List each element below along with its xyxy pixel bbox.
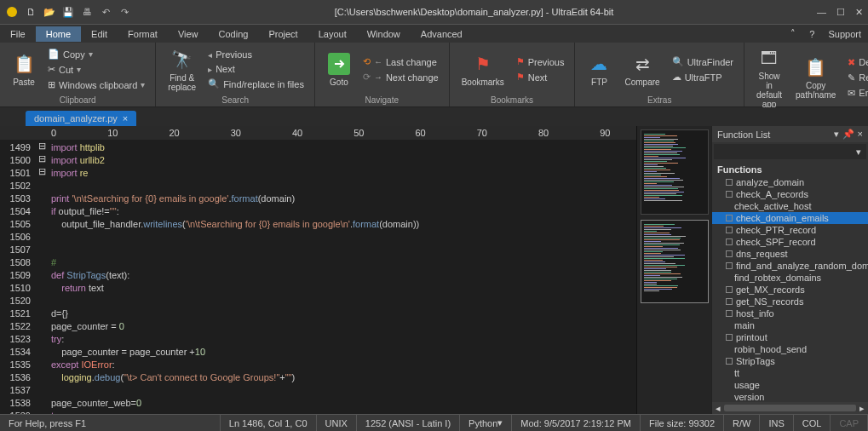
func-item[interactable]: check_SPF_record bbox=[712, 236, 868, 248]
minimize-icon[interactable]: — bbox=[817, 7, 826, 18]
find-prev-button[interactable]: ◂ Previous bbox=[204, 48, 308, 61]
menu-view[interactable]: View bbox=[168, 26, 209, 42]
status-rw[interactable]: R/W bbox=[724, 415, 760, 431]
find-in-files-button[interactable]: 🔍Find/replace in files bbox=[204, 77, 308, 91]
email-icon: ✉ bbox=[848, 88, 855, 99]
func-item[interactable]: host_info bbox=[712, 307, 868, 319]
func-item[interactable]: StripTags bbox=[712, 355, 868, 367]
func-item[interactable]: find_and_analyze_random_domain bbox=[712, 260, 868, 272]
status-ins[interactable]: INS bbox=[760, 415, 793, 431]
func-item[interactable]: robin_hood_send bbox=[712, 343, 868, 355]
menu-window[interactable]: Window bbox=[357, 26, 411, 42]
find-next-button[interactable]: ▸ Next bbox=[204, 62, 308, 76]
func-item[interactable]: usage bbox=[712, 379, 868, 391]
h-scrollbar[interactable]: ◂▸ bbox=[712, 402, 868, 414]
windows-icon: ⊞ bbox=[48, 79, 55, 90]
func-item[interactable]: check_A_records bbox=[712, 188, 868, 200]
save-icon[interactable]: 💾 bbox=[61, 5, 75, 19]
minimap[interactable] bbox=[636, 126, 711, 414]
copy-button[interactable]: 📄Copy ▾ bbox=[44, 47, 148, 61]
func-item[interactable]: version bbox=[712, 391, 868, 402]
support-link[interactable]: Support bbox=[821, 29, 868, 39]
new-icon[interactable]: 🗋 bbox=[24, 5, 37, 19]
delete-button[interactable]: ✖Delete bbox=[844, 55, 868, 70]
bookmarks-button[interactable]: ⚑ Bookmarks bbox=[457, 50, 509, 89]
redo-icon[interactable]: ↷ bbox=[118, 5, 131, 19]
tab-close-icon[interactable]: × bbox=[123, 113, 128, 124]
undo-icon[interactable]: ↶ bbox=[99, 5, 112, 19]
ribbon: 📋 Paste 📄Copy ▾ ✂Cut ▾ ⊞Windows clipboar… bbox=[0, 43, 868, 107]
ftp-icon: ☁ bbox=[587, 52, 611, 76]
menu-coding[interactable]: Coding bbox=[209, 26, 259, 42]
copy-path-button[interactable]: 📋Copy path/name bbox=[790, 54, 841, 101]
open-icon[interactable]: 📂 bbox=[43, 5, 56, 19]
file-tab[interactable]: domain_analyzer.py × bbox=[26, 111, 136, 126]
func-item[interactable]: check_domain_emails bbox=[712, 212, 868, 224]
app-window-icon: 🗔 bbox=[757, 46, 781, 70]
menu-edit[interactable]: Edit bbox=[81, 26, 118, 42]
quick-access: 🗋 📂 💾 🖶 ↶ ↷ bbox=[5, 5, 131, 19]
scroll-right-icon[interactable]: ▸ bbox=[859, 403, 865, 414]
status-eol[interactable]: UNIX bbox=[317, 415, 357, 431]
code-area[interactable]: 1499150015011502150315041505150615071508… bbox=[0, 140, 636, 414]
func-item[interactable]: check_PTR_record bbox=[712, 224, 868, 236]
paste-button[interactable]: 📋 Paste bbox=[7, 50, 41, 89]
menu-advanced[interactable]: Advanced bbox=[411, 26, 473, 42]
last-change-button[interactable]: ⟲ ← Last change bbox=[359, 55, 442, 69]
pin2-icon[interactable]: 📌 bbox=[842, 129, 854, 140]
status-enc[interactable]: 1252 (ANSI - Latin I) bbox=[357, 415, 460, 431]
ribbon-navigate: Goto ⟲ ← Last change ⟳ → Next change Nav… bbox=[315, 43, 450, 106]
rename-button[interactable]: ✎Rename bbox=[844, 71, 868, 85]
ribbon-collapse-icon[interactable]: ˄ bbox=[784, 28, 802, 39]
email-button[interactable]: ✉Email bbox=[844, 86, 868, 101]
status-col[interactable]: COL bbox=[794, 415, 831, 431]
func-item[interactable]: find_robtex_domains bbox=[712, 272, 868, 284]
menu-layout[interactable]: Layout bbox=[308, 26, 357, 42]
func-item[interactable]: main bbox=[712, 319, 868, 331]
func-item[interactable]: get_MX_records bbox=[712, 284, 868, 296]
menu-project[interactable]: Project bbox=[258, 26, 308, 42]
help-icon[interactable]: ? bbox=[802, 29, 821, 39]
menu-format[interactable]: Format bbox=[118, 26, 168, 42]
status-pos[interactable]: Ln 1486, Col 1, C0 bbox=[221, 415, 317, 431]
close-panel-icon[interactable]: × bbox=[858, 129, 863, 140]
func-item[interactable]: analyze_domain bbox=[712, 176, 868, 188]
func-item[interactable]: dns_request bbox=[712, 248, 868, 260]
scroll-left-icon[interactable]: ◂ bbox=[716, 403, 721, 414]
binoculars-icon: 🔭 bbox=[170, 48, 194, 72]
menu-home[interactable]: Home bbox=[36, 26, 81, 42]
bm-next-button[interactable]: ⚑ Next bbox=[513, 70, 568, 84]
func-item[interactable]: tt bbox=[712, 367, 868, 379]
func-item[interactable]: get_NS_records bbox=[712, 296, 868, 307]
filter-dropdown[interactable]: ▾ bbox=[714, 144, 866, 159]
panel-header[interactable]: Function List ▾📌× bbox=[712, 126, 868, 142]
close-icon[interactable]: ✕ bbox=[855, 7, 863, 18]
print-icon[interactable]: 🖶 bbox=[80, 5, 94, 19]
find-replace-button[interactable]: 🔭 Find & replace bbox=[163, 46, 201, 94]
maximize-icon[interactable]: ☐ bbox=[836, 7, 845, 18]
scroll-thumb[interactable] bbox=[724, 405, 856, 411]
goto-button[interactable]: Goto bbox=[322, 50, 356, 89]
pin-icon[interactable]: ▾ bbox=[834, 129, 839, 140]
function-list-panel: Function List ▾📌× ▾ Functions analyze_do… bbox=[711, 126, 868, 414]
winclip-button[interactable]: ⊞Windows clipboard ▾ bbox=[44, 78, 148, 92]
compare-icon: ⇄ bbox=[630, 52, 654, 76]
ultrafinder-button[interactable]: 🔍UltraFinder bbox=[669, 55, 737, 69]
cut-button[interactable]: ✂Cut ▾ bbox=[44, 62, 148, 77]
func-item[interactable]: check_active_host bbox=[712, 200, 868, 212]
ftp-button[interactable]: ☁FTP bbox=[582, 50, 616, 89]
minimap-viewport[interactable] bbox=[641, 220, 709, 303]
menu-file[interactable]: File bbox=[0, 26, 36, 42]
ultraftp-button[interactable]: ☁UltraFTP bbox=[669, 70, 737, 84]
status-lang[interactable]: Python ▾ bbox=[460, 415, 512, 431]
status-cap[interactable]: CAP bbox=[831, 415, 868, 431]
fold-gutter[interactable]: ⊟⊟⊟ bbox=[36, 140, 48, 414]
code-text[interactable]: import httplibimport urllib2import re pr… bbox=[48, 140, 636, 414]
compare-button[interactable]: ⇄Compare bbox=[619, 50, 664, 89]
next-change-button[interactable]: ⟳ → Next change bbox=[359, 70, 442, 84]
fwd-icon: ⟳ bbox=[363, 72, 371, 83]
show-default-button[interactable]: 🗔Show in default app bbox=[751, 44, 787, 111]
func-item[interactable]: printout bbox=[712, 331, 868, 343]
ribbon-clipboard: 📋 Paste 📄Copy ▾ ✂Cut ▾ ⊞Windows clipboar… bbox=[0, 43, 156, 106]
bm-prev-button[interactable]: ⚑ Previous bbox=[513, 55, 568, 69]
